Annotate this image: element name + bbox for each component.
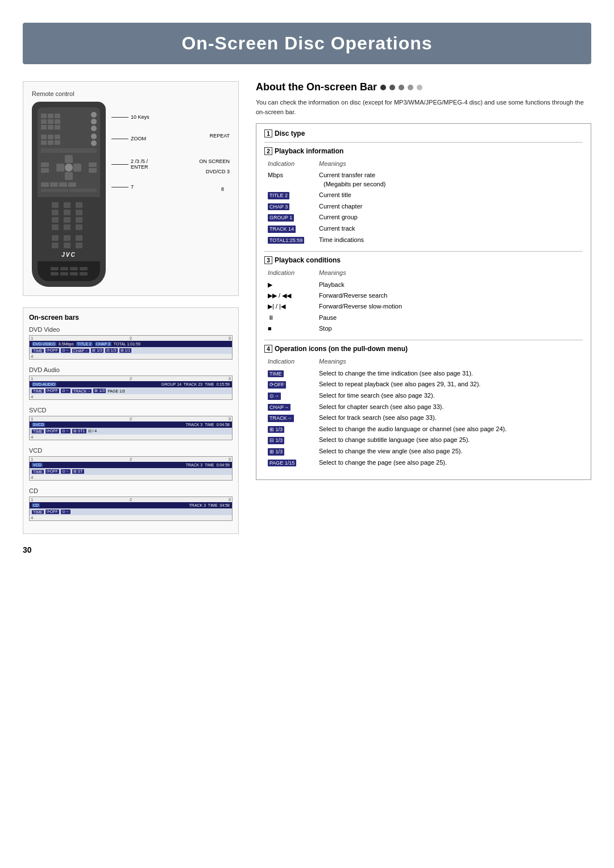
annotation-7: 7 bbox=[131, 184, 134, 190]
table-row: ▶| / |◀ Forward/Reverse slow-motion bbox=[264, 301, 583, 312]
table-row: ⟳OFF Select to repeat playback (see also… bbox=[264, 379, 583, 390]
mbps-text: Mbps bbox=[268, 172, 283, 178]
table-row: TITLE 2 Current title bbox=[264, 190, 583, 201]
table-row: TOTAL1:25:59 Time indications bbox=[264, 235, 583, 246]
search-ind-tag: ⊙→ bbox=[268, 393, 281, 400]
section1-heading: 1 Disc type bbox=[264, 130, 583, 137]
fwd-rev-icon: ▶▶ / ◀◀ bbox=[268, 292, 291, 299]
annotation-enter: ENTER bbox=[131, 164, 148, 170]
angle-ind-tag: ⊞ 1/3 bbox=[268, 448, 284, 456]
off-ind-tag: ⟳OFF bbox=[268, 381, 286, 389]
page-number: 30 bbox=[0, 534, 614, 571]
dvd-audio-label: DVD Audio bbox=[29, 366, 233, 373]
track-badge: TRACK 14 bbox=[268, 226, 296, 233]
remote-label: Remote control bbox=[32, 90, 230, 97]
time-icon-1: TIME bbox=[32, 349, 44, 353]
bar-num-3: 3 bbox=[229, 336, 231, 341]
section2-heading: 2 Playback information bbox=[264, 147, 583, 155]
section3-heading: 3 Playback conditions bbox=[264, 256, 583, 264]
dvd-video-label: DVD Video bbox=[29, 326, 233, 333]
about-description: You can check the information on disc (e… bbox=[256, 98, 591, 116]
section1-title: Disc type bbox=[275, 130, 305, 137]
dvd-video-badge: DVD-VIDEO bbox=[32, 342, 56, 346]
pause-icon: ⏸ bbox=[268, 314, 274, 321]
page-header: On-Screen Disc Operations bbox=[23, 23, 591, 64]
vcd-label: VCD bbox=[29, 447, 233, 454]
dot5 bbox=[417, 85, 422, 90]
page-title: On-Screen Disc Operations bbox=[57, 33, 557, 54]
dvd-video-bar: DVD Video 1 2 3 DVD-VIDEO 8.5Mbps TITLE … bbox=[29, 326, 233, 360]
table-row: Mbps Current transfer rate(Megabits per … bbox=[264, 170, 583, 190]
sub-ind-tag: ⊟ 1/3 bbox=[268, 437, 284, 444]
table-row: GROUP 1 Current group bbox=[264, 212, 583, 223]
dot3 bbox=[399, 85, 404, 90]
table-row: ⊞ 1/3 Select to change the audio languag… bbox=[264, 424, 583, 435]
vcd-bar: VCD 1 2 3 VCD TRACK 3 TIME 0:04:59 TIME … bbox=[29, 447, 233, 481]
info-table: 1 Disc type 2 Playback information Indic… bbox=[256, 123, 591, 480]
annotation-onscreen: ON SCREEN bbox=[199, 158, 230, 164]
table-row: ⊟ 1/3 Select to change subtitle language… bbox=[264, 435, 583, 446]
remote-section: Remote control bbox=[23, 81, 239, 296]
table-row: ▶▶ / ◀◀ Forward/Reverse search bbox=[264, 290, 583, 301]
dvd-audio-bar: DVD Audio 1 2 3 DVD-AUDIO GROUP 14 TRACK… bbox=[29, 366, 233, 400]
play-icon: ▶ bbox=[268, 281, 272, 288]
header-meanings: Meanings bbox=[316, 158, 583, 170]
table-row: TRACK 14 Current track bbox=[264, 223, 583, 235]
onscreen-bars-title: On-screen bars bbox=[29, 314, 233, 322]
right-column: About the On-screen Bar You can check th… bbox=[256, 81, 591, 534]
section1-num: 1 bbox=[264, 130, 272, 137]
table-row: TIME Select to change the time indicatio… bbox=[264, 368, 583, 379]
table-row: PAGE 1/15 Select to change the page (see… bbox=[264, 457, 583, 469]
annotation-dvdcd3: DVD/CD 3 bbox=[206, 169, 230, 174]
cd-label: CD bbox=[29, 487, 233, 494]
chap-badge: CHAP 3 bbox=[268, 203, 289, 211]
left-column: Remote control bbox=[23, 81, 239, 534]
section3-title: Playback conditions bbox=[275, 256, 341, 264]
stop-icon: ■ bbox=[268, 325, 272, 332]
bar-num-1: 1 bbox=[31, 336, 33, 341]
header-indication: Indication bbox=[264, 158, 316, 170]
svcd-bar: SVCD 1 2 3 SVCD TRACK 3 TIME 0:04:58 TIM… bbox=[29, 407, 233, 440]
section4-num: 4 bbox=[264, 345, 272, 353]
table-row: ⏸ Pause bbox=[264, 312, 583, 323]
annotation-zoom: ZOOM bbox=[131, 136, 146, 141]
section3-num: 3 bbox=[264, 256, 272, 264]
section3-table: Indication Meanings ▶ Playback ▶▶ / ◀◀ F… bbox=[264, 268, 583, 334]
section3-header-row: Indication Meanings bbox=[264, 268, 583, 279]
section4-heading: 4 Operation icons (on the pull-down menu… bbox=[264, 345, 583, 353]
table-row: ▶ Playback bbox=[264, 279, 583, 290]
onscreen-bars-section: On-screen bars DVD Video 1 2 3 DVD-VIDEO… bbox=[23, 307, 239, 534]
about-section-title: About the On-screen Bar bbox=[256, 81, 591, 93]
bar-num-2: 2 bbox=[130, 336, 132, 341]
slow-icon: ▶| / |◀ bbox=[268, 303, 285, 310]
table-row: ⊞ 1/3 Select to change the view angle (s… bbox=[264, 446, 583, 457]
dot1 bbox=[380, 85, 386, 90]
section2-table: Indication Meanings Mbps Current transfe… bbox=[264, 158, 583, 245]
annotation-8: 8 bbox=[221, 186, 224, 192]
annotation-235: 2 /3 /5 / bbox=[131, 158, 148, 164]
table-row: CHAP→ Select for chapter search (see als… bbox=[264, 402, 583, 413]
time-ind-tag: TIME bbox=[268, 370, 284, 378]
section4-header-row: Indication Meanings bbox=[264, 356, 583, 368]
page-ind-tag: PAGE 1/15 bbox=[268, 460, 296, 467]
track-ind-tag: TRACK→ bbox=[268, 415, 294, 422]
annotation-repeat: REPEAT bbox=[210, 133, 230, 139]
bar-num-4: 4 bbox=[31, 354, 33, 359]
total-badge: TOTAL1:25:59 bbox=[268, 237, 304, 244]
cd-bar: CD 1 2 3 CD TRACK 3 TIME 04:58 TIME ⟳OFF bbox=[29, 487, 233, 521]
dot4 bbox=[408, 85, 413, 90]
jvc-logo: JVC bbox=[38, 252, 100, 258]
group-badge: GROUP 1 bbox=[268, 214, 294, 222]
dot2 bbox=[389, 85, 395, 90]
section2-num: 2 bbox=[264, 147, 272, 155]
table-row: ■ Stop bbox=[264, 323, 583, 334]
title-badge: TITLE 2 bbox=[268, 192, 289, 199]
table-row: CHAP 3 Current chapter bbox=[264, 201, 583, 212]
section4-title: Operation icons (on the pull-down menu) bbox=[275, 345, 408, 353]
annotation-10keys: 10 Keys bbox=[131, 114, 150, 120]
section2-title: Playback information bbox=[275, 147, 343, 155]
svcd-label: SVCD bbox=[29, 407, 233, 414]
table-row: ⊙→ Select for time search (see also page… bbox=[264, 390, 583, 402]
audio-ind-tag: ⊞ 1/3 bbox=[268, 426, 284, 433]
chap-ind-tag: CHAP→ bbox=[268, 404, 291, 411]
